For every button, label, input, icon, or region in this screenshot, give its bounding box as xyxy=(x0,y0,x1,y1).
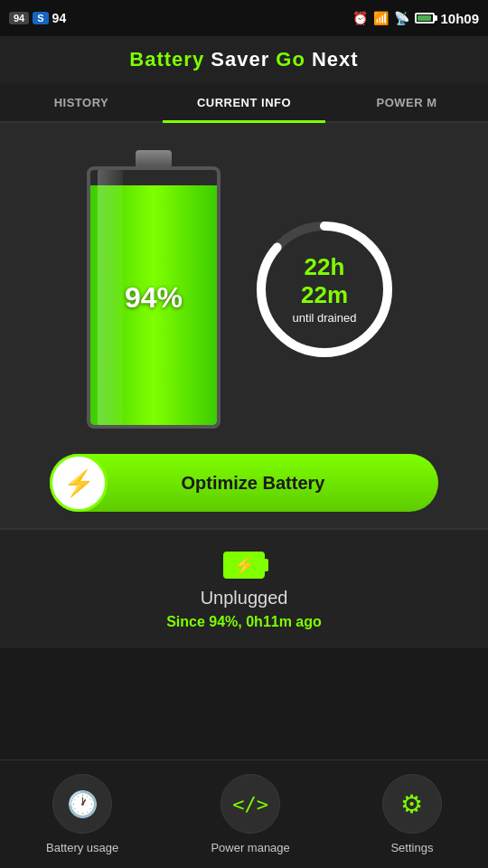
status-right: ⏰ 📶 📡 10h09 xyxy=(352,11,479,26)
nav-icon-circle-battery: 🕐 xyxy=(52,774,112,834)
unplugged-label: Unplugged xyxy=(201,588,288,609)
wifi-icon: 📶 xyxy=(373,11,389,25)
battery-shine xyxy=(98,170,123,425)
optimize-button[interactable]: ⚡ Optimize Battery xyxy=(50,454,438,512)
timer-label: until drained xyxy=(286,312,363,326)
title-battery: Battery xyxy=(129,48,211,71)
status-bar: 94 S 94 ⏰ 📶 📡 10h09 xyxy=(0,0,488,36)
gear-icon: ⚙ xyxy=(400,789,423,819)
app-title: Battery Saver Go Next xyxy=(129,48,358,71)
battery-icon-wrapper: 94% xyxy=(87,150,221,429)
battery-level-text: 94 xyxy=(52,11,67,25)
title-next: Next xyxy=(312,48,359,71)
nav-icon-circle-power: </> xyxy=(221,774,280,834)
title-go: Go xyxy=(276,48,312,71)
tab-current-info-label: CURRENT INFO xyxy=(197,96,291,109)
charge-body: ⚡ xyxy=(223,552,265,579)
nav-label-power-manage: Power manage xyxy=(211,841,289,854)
title-bar: Battery Saver Go Next xyxy=(0,36,488,83)
nav-item-power-manage[interactable]: </> Power manage xyxy=(211,774,289,854)
optimize-icon-circle: ⚡ xyxy=(50,454,108,512)
charge-nub xyxy=(264,559,268,571)
battery-percent-text: 94% xyxy=(125,281,183,315)
since-text: Since 94%, 0h11m ago xyxy=(166,614,322,630)
nav-item-settings[interactable]: ⚙ Settings xyxy=(382,774,442,854)
tab-power-mode-label: POWER M xyxy=(376,96,436,109)
battery-status-icon xyxy=(415,13,435,24)
status-left: 94 S 94 xyxy=(9,11,66,25)
nav-icon-circle-settings: ⚙ xyxy=(382,774,442,834)
optimize-button-label: Optimize Battery xyxy=(50,473,438,494)
signal-icon: 📡 xyxy=(394,11,409,25)
tab-bar: HISTORY CURRENT INFO POWER M xyxy=(0,83,488,123)
nav-label-settings: Settings xyxy=(390,841,433,854)
battery-info-row: 94% 22h 22m until drained xyxy=(0,141,488,438)
status-section: ⚡ Unplugged Since 94%, 0h11m ago xyxy=(0,530,488,648)
battery-body: 94% xyxy=(87,166,221,429)
notification-badge-94: 94 xyxy=(9,12,29,24)
nav-label-battery-usage: Battery usage xyxy=(46,841,118,854)
clock-icon: 🕐 xyxy=(67,789,99,819)
nav-item-battery-usage[interactable]: 🕐 Battery usage xyxy=(46,774,118,854)
tab-history[interactable]: HISTORY xyxy=(0,83,163,121)
tab-current-info[interactable]: CURRENT INFO xyxy=(163,83,325,121)
timer-inner: 22h 22m until drained xyxy=(286,253,363,325)
battery-fill xyxy=(418,15,430,21)
tab-history-label: HISTORY xyxy=(54,96,109,109)
alarm-icon: ⏰ xyxy=(352,11,368,25)
timer-circle: 22h 22m until drained xyxy=(248,212,401,366)
charging-icon-wrapper: ⚡ xyxy=(223,552,265,579)
main-content: 94% 22h 22m until drained ⚡ Optimize Bat… xyxy=(0,123,488,528)
timer-time: 22h 22m xyxy=(286,253,363,309)
charge-bolt-symbol: ⚡ xyxy=(233,556,256,574)
bottom-navigation: 🕐 Battery usage </> Power manage ⚙ Setti… xyxy=(0,760,488,868)
bolt-icon: ⚡ xyxy=(63,468,95,498)
tab-power-mode[interactable]: POWER M xyxy=(325,83,488,121)
code-icon: </> xyxy=(232,793,268,816)
notification-badge-s: S xyxy=(33,12,48,24)
optimize-button-wrapper: ⚡ Optimize Battery xyxy=(0,438,488,528)
unplugged-icon: ⚡ xyxy=(223,552,265,579)
title-saver: Saver xyxy=(211,48,276,71)
status-time: 10h09 xyxy=(440,11,479,26)
battery-top-cap xyxy=(136,150,172,166)
